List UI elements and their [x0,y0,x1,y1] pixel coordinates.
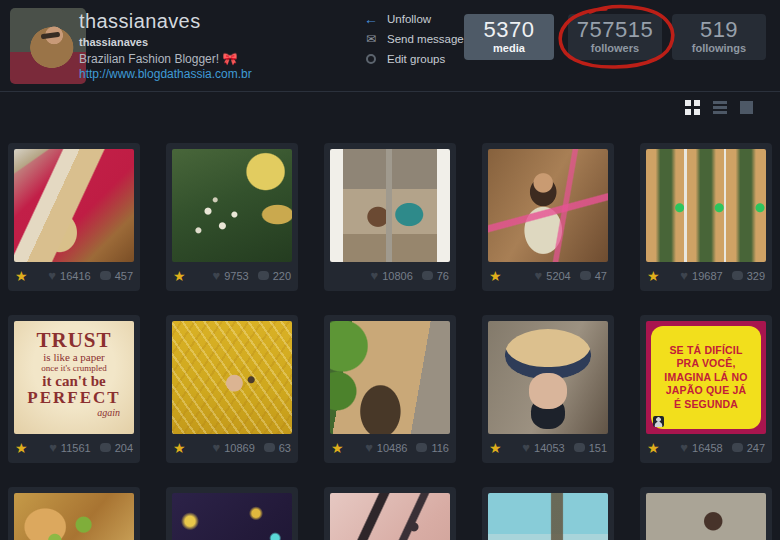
like-count: 5204 [546,270,570,282]
like-count: 10869 [224,442,255,454]
comment-count: 247 [747,442,765,454]
like-count: 9753 [224,270,248,282]
comment-icon [258,271,269,280]
post-thumbnail[interactable] [646,493,766,540]
heart-icon: ♥ [680,270,688,282]
arrow-left-icon: ← [364,13,378,25]
star-icon[interactable]: ★ [15,441,28,455]
post-meta: ★ ♥16458247 [646,436,766,459]
star-icon[interactable]: ★ [489,441,502,455]
post-card[interactable]: ★ ♥19687329 [640,143,772,291]
view-toggles [685,100,753,115]
post-card[interactable] [482,487,614,540]
heart-icon: ♥ [535,270,543,282]
comment-icon [580,271,591,280]
stat-media[interactable]: 5370 media [464,14,554,60]
followings-count: 519 [672,18,766,42]
post-card[interactable]: ★ ♥9753220 [166,143,298,291]
star-icon[interactable]: ★ [173,441,186,455]
stat-followings[interactable]: 519 followings [672,14,766,60]
followings-label: followings [672,42,766,54]
comment-count: 76 [437,270,449,282]
star-icon[interactable]: ★ [647,441,660,455]
post-card[interactable] [8,487,140,540]
media-grid: ★ ♥16416457 ★ ♥9753220 ♥1080676 ★ ♥52044… [0,143,780,540]
quote-line: is like a paper [14,351,134,363]
star-icon[interactable]: ★ [647,269,660,283]
profile-website-link[interactable]: http://www.blogdathassia.com.br [79,67,252,81]
heart-icon: ♥ [680,442,688,454]
unfollow-button[interactable]: ← Unfollow [364,12,464,26]
stat-followers[interactable]: 757515 followers [568,14,662,60]
quote-line: TRUST [14,330,134,351]
post-thumbnail[interactable] [14,493,134,540]
media-label: media [464,42,554,54]
quote-line: it can't be [14,373,134,389]
comment-count: 329 [747,270,765,282]
post-meta: ★ ♥10486116 [330,436,450,459]
post-thumbnail[interactable] [488,321,608,434]
heart-icon: ♥ [522,442,530,454]
star-icon[interactable]: ★ [173,269,186,283]
post-thumbnail-quote[interactable]: TRUST is like a paper once it's crumpled… [14,321,134,434]
comment-count: 151 [589,442,607,454]
edit-groups-label: Edit groups [387,53,445,65]
quote-line: once it's crumpled [14,363,134,373]
post-thumbnail[interactable] [330,493,450,540]
comment-icon [574,443,585,452]
post-thumbnail[interactable] [172,321,292,434]
grid-view-icon[interactable] [685,100,700,115]
meme-text: SE TÁ DIFÍCIL PRA VOCÊ, IMAGINA LÁ NO JA… [651,326,761,429]
post-card[interactable]: ★ ♥1086963 [166,315,298,463]
comment-icon [416,443,427,452]
post-thumbnail[interactable] [14,149,134,262]
profile-bio: Brazilian Fashion Blogger! 🎀 [79,52,237,66]
post-card[interactable]: ★ ♥16416457 [8,143,140,291]
profile-page: thassianaves thassianaves Brazilian Fash… [0,0,780,540]
post-meta: ★ ♥9753220 [172,264,292,287]
post-thumbnail-meme[interactable]: SE TÁ DIFÍCIL PRA VOCÊ, IMAGINA LÁ NO JA… [646,321,766,434]
edit-groups-button[interactable]: Edit groups [364,52,464,66]
post-card[interactable]: SE TÁ DIFÍCIL PRA VOCÊ, IMAGINA LÁ NO JA… [640,315,772,463]
heart-icon: ♥ [48,270,56,282]
heart-icon: ♥ [212,270,220,282]
like-count: 11561 [61,442,91,454]
followers-label: followers [568,42,662,54]
unfollow-label: Unfollow [387,13,431,25]
post-card[interactable]: TRUST is like a paper once it's crumpled… [8,315,140,463]
star-icon[interactable]: ★ [489,269,502,283]
post-card[interactable]: ★ ♥10486116 [324,315,456,463]
post-thumbnail[interactable] [330,321,450,434]
heart-icon: ♥ [370,270,378,282]
post-meta: ♥1080676 [330,264,450,287]
send-message-button[interactable]: ✉ Send message [364,32,464,46]
post-thumbnail[interactable] [488,149,608,262]
post-card[interactable]: ★ ♥14053151 [482,315,614,463]
quote-line: PERFECT [14,389,134,407]
profile-actions: ← Unfollow ✉ Send message Edit groups [364,12,464,66]
list-view-icon[interactable] [713,101,727,114]
post-meta: ★ ♥14053151 [488,436,608,459]
like-count: 10806 [382,270,413,282]
star-icon[interactable]: ★ [331,441,344,455]
post-card[interactable] [166,487,298,540]
comment-icon [732,271,743,280]
envelope-icon: ✉ [364,33,378,45]
comment-icon [100,443,111,452]
post-thumbnail[interactable] [646,149,766,262]
large-view-icon[interactable] [740,101,753,114]
post-thumbnail[interactable] [172,149,292,262]
comment-icon [100,271,111,280]
post-meta: ★ ♥16416457 [14,264,134,287]
post-card[interactable]: ♥1080676 [324,143,456,291]
comment-count: 116 [431,442,449,454]
post-thumbnail[interactable] [172,493,292,540]
quote-line: again [14,407,134,418]
post-card[interactable] [640,487,772,540]
post-thumbnail[interactable] [488,493,608,540]
post-thumbnail[interactable] [330,149,450,262]
post-card[interactable]: ★ ♥520447 [482,143,614,291]
star-icon[interactable]: ★ [15,269,28,283]
post-card[interactable] [324,487,456,540]
tagged-user-icon [653,416,664,427]
